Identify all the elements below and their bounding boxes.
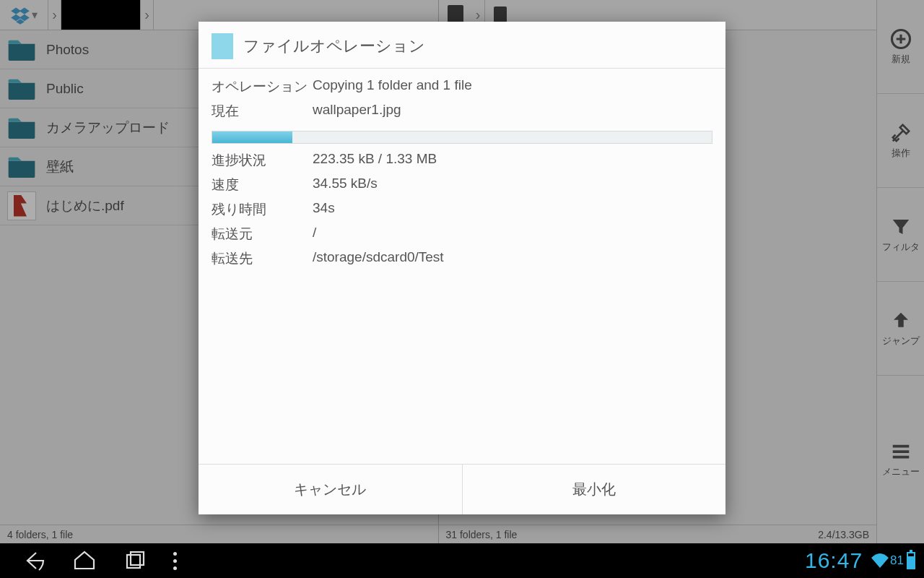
file-icon xyxy=(212,33,233,59)
progress-bar xyxy=(212,131,712,144)
value-speed: 34.55 kB/s xyxy=(313,176,712,194)
label-remaining: 残り時間 xyxy=(212,200,313,219)
label-progress: 進捗状況 xyxy=(212,151,313,170)
value-progress: 223.35 kB / 1.33 MB xyxy=(313,151,712,170)
dot-icon xyxy=(173,552,177,556)
label-source: 転送元 xyxy=(212,225,313,243)
recents-icon xyxy=(123,548,147,573)
progress-fill xyxy=(212,131,292,143)
dialog-title-bar: ファイルオペレーション xyxy=(199,22,725,69)
value-current: wallpaper1.jpg xyxy=(313,102,712,121)
value-remaining: 34s xyxy=(313,200,712,219)
svg-rect-2 xyxy=(131,552,144,565)
status-battery: 81 xyxy=(890,552,915,569)
svg-rect-1 xyxy=(127,555,140,568)
dot-icon xyxy=(173,566,177,570)
value-operation: Copying 1 folder and 1 file xyxy=(313,77,712,96)
wifi-icon xyxy=(870,552,890,569)
back-icon xyxy=(22,548,46,573)
home-button[interactable] xyxy=(59,543,110,578)
minimize-button[interactable]: 最小化 xyxy=(463,465,726,514)
label-operation: オペレーション xyxy=(212,77,313,96)
label-dest: 転送先 xyxy=(212,249,313,268)
label-speed: 速度 xyxy=(212,176,313,194)
overflow-button[interactable] xyxy=(160,543,189,578)
dialog-title: ファイルオペレーション xyxy=(243,35,425,57)
cancel-button[interactable]: キャンセル xyxy=(199,465,463,514)
status-clock: 16:47 xyxy=(805,548,863,573)
label-current: 現在 xyxy=(212,102,313,121)
recents-button[interactable] xyxy=(110,543,160,578)
dialog-actions: キャンセル 最小化 xyxy=(199,464,725,514)
dot-icon xyxy=(173,559,177,563)
value-source: / xyxy=(313,225,712,243)
battery-percent: 81 xyxy=(890,553,904,568)
file-operation-dialog: ファイルオペレーション オペレーションCopying 1 folder and … xyxy=(199,22,725,514)
battery-icon xyxy=(907,552,915,569)
android-navbar: 16:47 81 xyxy=(0,543,924,578)
back-button[interactable] xyxy=(9,543,59,578)
value-dest: /storage/sdcard0/Test xyxy=(313,249,712,268)
home-icon xyxy=(72,548,97,573)
